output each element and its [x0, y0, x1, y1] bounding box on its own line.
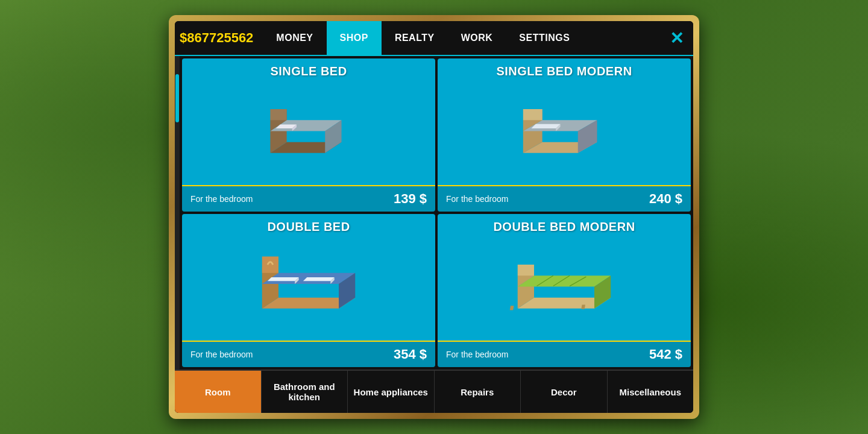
svg-marker-24	[303, 277, 335, 281]
content-area: SINGLE BED	[175, 56, 693, 370]
item-image-double-bed-modern	[438, 237, 691, 341]
svg-marker-13	[523, 109, 542, 120]
cat-tab-misc[interactable]: Miscellaneous	[608, 371, 694, 413]
game-window: $867725562 MONEY SHOP REALTY WORK SETTIN…	[175, 21, 693, 413]
item-category-double-bed-modern: For the bedroom	[446, 350, 509, 359]
item-image-single-bed-modern	[438, 82, 691, 185]
item-image-double-bed	[182, 237, 435, 341]
svg-marker-21	[262, 256, 278, 272]
item-single-bed-modern[interactable]: SINGLE BED MODERN	[438, 58, 691, 212]
item-price-double-bed: 354 $	[394, 347, 427, 362]
svg-marker-5	[270, 109, 286, 120]
svg-marker-31	[518, 265, 534, 275]
single-bed-modern-icon	[504, 98, 624, 170]
item-price-double-bed-modern: 542 $	[649, 347, 682, 362]
tab-realty[interactable]: REALTY	[382, 21, 448, 55]
svg-marker-14	[531, 124, 560, 128]
cat-tab-bathroom[interactable]: Bathroom and kitchen	[262, 371, 348, 413]
item-double-bed[interactable]: DOUBLE BED	[182, 214, 435, 367]
scroll-thumb	[175, 74, 179, 122]
item-footer-double-bed: For the bedroom 354 $	[182, 341, 435, 367]
item-price-single-bed-modern: 240 $	[649, 191, 682, 207]
cat-tab-home-appliances[interactable]: Home appliances	[348, 371, 435, 413]
cat-tab-repairs[interactable]: Repairs	[435, 371, 521, 413]
nav-tabs: MONEY SHOP REALTY WORK SETTINGS	[263, 21, 665, 55]
header: $867725562 MONEY SHOP REALTY WORK SETTIN…	[175, 21, 693, 56]
category-tabs: Room Bathroom and kitchen Home appliance…	[175, 370, 693, 413]
item-title-single-bed-modern: SINGLE BED MODERN	[438, 58, 691, 82]
close-button[interactable]: ✕	[665, 26, 688, 51]
item-title-double-bed: DOUBLE BED	[182, 214, 435, 237]
item-footer-single-bed: For the bedroom 139 $	[182, 185, 435, 212]
cat-tab-decor[interactable]: Decor	[521, 371, 608, 413]
double-bed-icon	[248, 253, 369, 326]
item-footer-double-bed-modern: For the bedroom 542 $	[438, 341, 691, 367]
item-single-bed[interactable]: SINGLE BED	[182, 58, 435, 212]
item-title-single-bed: SINGLE BED	[182, 58, 435, 82]
svg-marker-22	[268, 277, 299, 281]
tab-shop[interactable]: SHOP	[327, 21, 382, 55]
shop-grid: SINGLE BED	[180, 56, 693, 370]
item-price-single-bed: 139 $	[394, 191, 427, 207]
tab-settings[interactable]: SETTINGS	[506, 21, 583, 55]
single-bed-icon	[248, 98, 369, 170]
item-title-double-bed-modern: DOUBLE BED MODERN	[438, 214, 691, 237]
item-double-bed-modern[interactable]: DOUBLE BED MODERN	[438, 214, 691, 367]
scrollbar[interactable]	[175, 56, 180, 370]
item-footer-single-bed-modern: For the bedroom 240 $	[438, 185, 691, 212]
double-bed-modern-icon	[504, 253, 624, 326]
game-frame: $867725562 MONEY SHOP REALTY WORK SETTIN…	[169, 15, 699, 419]
svg-marker-28	[518, 275, 611, 286]
svg-rect-32	[510, 306, 514, 310]
item-image-single-bed	[182, 82, 435, 185]
balance-display: $867725562	[180, 30, 253, 46]
item-category-single-bed-modern: For the bedroom	[446, 194, 509, 204]
item-category-single-bed: For the bedroom	[190, 194, 253, 204]
tab-work[interactable]: WORK	[448, 21, 506, 55]
cat-tab-room[interactable]: Room	[175, 371, 262, 413]
tab-money[interactable]: MONEY	[263, 21, 326, 55]
item-category-double-bed: For the bedroom	[190, 350, 253, 359]
